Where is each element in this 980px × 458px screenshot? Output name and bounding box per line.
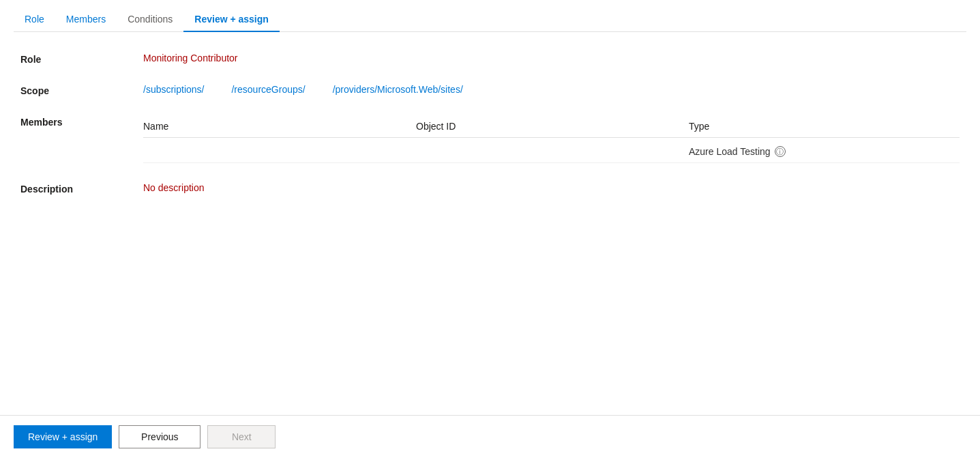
- col-header-type: Type: [689, 121, 960, 132]
- role-label: Role: [20, 53, 143, 65]
- col-header-name: Name: [143, 121, 416, 132]
- role-value: Monitoring Contributor: [143, 53, 238, 63]
- role-section: Role Monitoring Contributor: [14, 53, 966, 65]
- review-assign-button[interactable]: Review + assign: [14, 425, 112, 448]
- tab-review-assign[interactable]: Review + assign: [183, 7, 280, 31]
- scope-subscriptions: /subscriptions/: [143, 84, 204, 95]
- table-row: Azure Load Testing ⓘ: [143, 141, 960, 163]
- description-label: Description: [20, 182, 143, 195]
- next-button: Next: [207, 425, 276, 448]
- row-type: Azure Load Testing ⓘ: [689, 146, 960, 157]
- tab-role[interactable]: Role: [14, 7, 55, 31]
- scope-providers: /providers/Microsoft.Web/sites/: [333, 84, 463, 95]
- row-type-value: Azure Load Testing: [689, 146, 771, 157]
- tab-conditions[interactable]: Conditions: [117, 7, 183, 31]
- description-value: No description: [143, 182, 205, 193]
- tab-members[interactable]: Members: [55, 7, 117, 31]
- previous-button[interactable]: Previous: [119, 425, 201, 448]
- footer: Review + assign Previous Next: [0, 415, 980, 458]
- scope-resource-groups: /resourceGroups/: [231, 84, 305, 95]
- scope-section: Scope /subscriptions/ /resourceGroups/ /…: [14, 84, 966, 96]
- members-table: Name Object ID Type Azure Load Testing ⓘ: [143, 115, 960, 163]
- members-label: Members: [20, 115, 143, 128]
- description-section: Description No description: [14, 182, 966, 195]
- info-icon[interactable]: ⓘ: [775, 146, 786, 157]
- table-header: Name Object ID Type: [143, 115, 960, 138]
- col-header-object-id: Object ID: [416, 121, 689, 132]
- scope-values: /subscriptions/ /resourceGroups/ /provid…: [143, 84, 463, 95]
- scope-label: Scope: [20, 84, 143, 96]
- members-section: Members Name Object ID Type Azure Load T…: [14, 115, 966, 163]
- tab-bar: Role Members Conditions Review + assign: [14, 0, 966, 32]
